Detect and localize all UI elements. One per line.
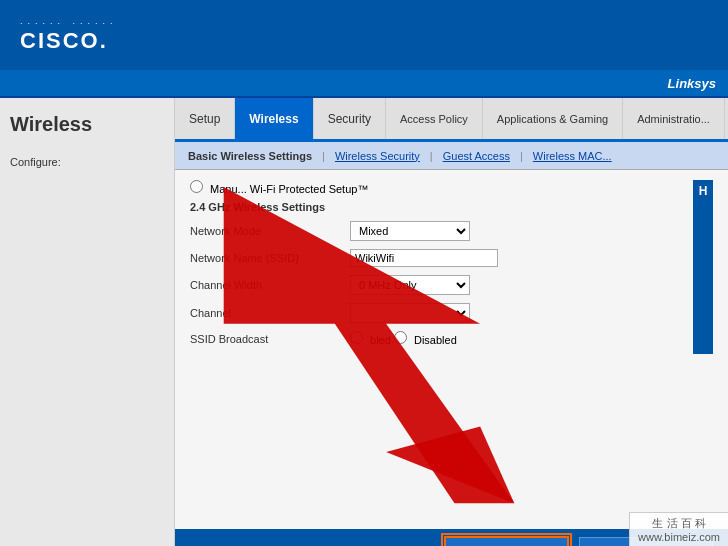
- content-area: Setup Wireless Security Access Policy Ap…: [175, 98, 728, 546]
- tab-setup[interactable]: Setup: [175, 98, 235, 139]
- content-body: Manu... Wi-Fi Protected Setup™ 2.4 GHz W…: [175, 170, 728, 529]
- band-label: Channel Width: [190, 279, 350, 291]
- cisco-dots: ...... ......: [20, 16, 118, 26]
- band-select[interactable]: 0 MHz Only: [350, 275, 470, 295]
- enabled-radio[interactable]: [350, 331, 363, 344]
- watermark: 生 活 百 科 www.bimeiz.com: [629, 512, 728, 546]
- sub-nav: Basic Wireless Settings | Wireless Secur…: [175, 142, 728, 170]
- channel-label: Channel: [190, 307, 350, 319]
- watermark-line2: www.bimeiz.com: [638, 531, 720, 543]
- ssid-input[interactable]: [350, 249, 498, 267]
- sidebar: Wireless Configure:: [0, 98, 175, 546]
- tab-security[interactable]: Security: [314, 98, 386, 139]
- cisco-name: CISCO.: [20, 28, 118, 54]
- channel-select[interactable]: [350, 303, 470, 323]
- ghz-label: 2.4 GHz Wireless Settings: [190, 201, 325, 213]
- ssid-label: Network Name (SSID): [190, 252, 350, 264]
- sub-nav-guest-access[interactable]: Guest Access: [435, 148, 518, 164]
- disabled-radio-wrapper[interactable]: Disabled: [394, 331, 457, 346]
- ssid-broadcast-label: SSID Broadcast: [190, 333, 350, 345]
- sidebar-title: Wireless: [10, 113, 164, 136]
- tab-apps-gaming[interactable]: Applications & Gaming: [483, 98, 623, 139]
- save-settings-button[interactable]: Save Settings: [444, 536, 569, 546]
- tab-wireless[interactable]: Wireless: [235, 98, 313, 139]
- sub-nav-basic-wireless[interactable]: Basic Wireless Settings: [180, 148, 320, 164]
- sidebar-section-label: Configure:: [10, 156, 164, 168]
- manual-radio[interactable]: [190, 183, 210, 195]
- network-mode-label: Network Mode: [190, 225, 350, 237]
- cisco-logo: ...... ...... CISCO.: [20, 16, 118, 54]
- network-mode-select[interactable]: Mixed: [350, 221, 470, 241]
- sub-nav-wireless-mac[interactable]: Wireless MAC...: [525, 148, 620, 164]
- manual-label: Manu...: [210, 183, 247, 195]
- nav-tabs: Setup Wireless Security Access Policy Ap…: [175, 98, 728, 142]
- section-header-h: H: [699, 184, 708, 198]
- enabled-radio-wrapper[interactable]: bled: [350, 331, 391, 346]
- disabled-radio[interactable]: [394, 331, 407, 344]
- enabled-label: bled: [370, 334, 391, 346]
- tab-admin[interactable]: Administratio...: [623, 98, 725, 139]
- disabled-label: Disabled: [414, 334, 457, 346]
- svg-marker-1: [386, 426, 514, 503]
- wifi-protected-setup-label: Wi-Fi Protected Setup™: [250, 183, 369, 195]
- watermark-line1: 生 活 百 科: [638, 516, 720, 531]
- linksys-label: Linksys: [668, 76, 716, 91]
- tab-access-policy[interactable]: Access Policy: [386, 98, 483, 139]
- sub-nav-wireless-security[interactable]: Wireless Security: [327, 148, 428, 164]
